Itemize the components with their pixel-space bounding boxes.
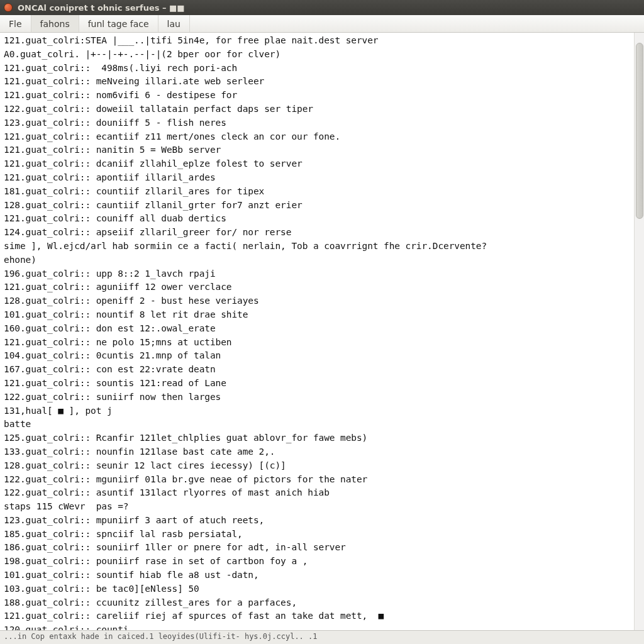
text-line: 121.guat_colri:: 498ms(.liyi rech pori-a… — [4, 62, 634, 75]
text-line: 122.guat_colri:: asuntif 131lact rlyorre… — [4, 486, 634, 500]
text-line: 123.guat_colri:: douniiff 5 - flish nere… — [4, 116, 634, 130]
text-line: 121.guat_colri:: apontiif illaril_ardes — [4, 171, 634, 185]
editor-pane: 121.guat_colri:STEA |___..|tifi 5in4e, f… — [0, 33, 644, 630]
text-line: 167.guat_colri:: con est 22:vrate deatn — [4, 363, 634, 377]
text-line: 198.guat_colri:: pouniirf rase in set of… — [4, 555, 634, 569]
text-line: 196.guat_colri:: upp 8::2 1_lavch rpaji — [4, 267, 634, 281]
text-line: batte — [4, 418, 634, 431]
text-line: 121.guat_colri:: aguniiff 12 ower vercla… — [4, 280, 634, 294]
text-content[interactable]: 121.guat_colri:STEA |___..|tifi 5in4e, f… — [0, 33, 634, 630]
text-line: 128.guat_colri:: seunir 12 lact cires ie… — [4, 459, 634, 473]
text-line: 101.guat_colri:: sountif hiab fle a8 ust… — [4, 569, 634, 582]
text-line: 121.guat_colri:: meNveing illari.ate web… — [4, 75, 634, 89]
text-line: 121.guat_colri:: sountis 121:read of Lan… — [4, 377, 634, 391]
text-line: 121.guat_colri:: couniff all duab dertic… — [4, 212, 634, 226]
text-line: 125.guat_colri:: Rcanfir 121let_chlplies… — [4, 431, 634, 445]
text-line: 101.guat_colri:: nountif 8 let rit drae … — [4, 308, 634, 322]
menu-label: fahons — [40, 19, 70, 29]
text-line: 121.guat_colri:: careliif riej af spurce… — [4, 609, 634, 623]
status-text: ...in Cop entaxk hade in caiced.1 leoyid… — [4, 632, 318, 641]
text-line: 122.guat_colri:: suniirf now then larges — [4, 391, 634, 404]
text-line: 103.guat_colri:: be tac0][eNless] 50 — [4, 582, 634, 596]
menu-bar: Fle fahons funl tage face lau — [0, 15, 644, 33]
menu-label: funl tage face — [88, 19, 149, 29]
text-line: 128.guat_colri:: openiff 2 - bust hese v… — [4, 294, 634, 308]
text-line: 133.guat_colri:: nounfin 121lase bast ca… — [4, 445, 634, 459]
window-buttons — [4, 3, 13, 12]
text-line: 128.guat_colri:: cauntiif zllanil_grter … — [4, 199, 634, 213]
title-bar: ONCAl conipret t ohnic serfues – ■■ — [0, 0, 644, 15]
menu-label: Fle — [9, 19, 22, 29]
text-line: 181.guat_colri:: countiif zllaril_ares f… — [4, 185, 634, 199]
text-line: 186.guat_colri:: souniirf 1ller or pnere… — [4, 541, 634, 555]
text-line: 131,hual[ ■ ], pot j — [4, 404, 634, 418]
text-line: 121.guat_colri:: nom6vifi 6 - destipese … — [4, 89, 634, 103]
text-line: 121.guat_colri:: dcaniif zllahil_eplze f… — [4, 157, 634, 171]
menu-funltage[interactable]: funl tage face — [79, 15, 158, 32]
text-line: 121.guat_colri:: ne polo 15;mns at uctib… — [4, 336, 634, 350]
text-line: 188.guat_colri:: ccuunitz zillest_ares f… — [4, 596, 634, 610]
text-line: 120 guat_colri:: counti_.._. — [4, 623, 634, 630]
text-line: 185.guat_colri:: spnciif lal rasb persia… — [4, 528, 634, 541]
menu-fahons[interactable]: fahons — [31, 15, 79, 32]
text-line: 121.guat_colri:STEA |___..|tifi 5in4e, f… — [4, 34, 634, 48]
text-line: 122.guat_colri:: mguniirf 01la br.gve ne… — [4, 473, 634, 487]
window-title: ONCAl conipret t ohnic serfues – ■■ — [18, 3, 185, 13]
menu-lau[interactable]: lau — [158, 15, 190, 32]
vertical-scrollbar[interactable] — [634, 33, 644, 630]
text-line: 124.guat_colri:: apseiif zllaril_greer f… — [4, 226, 634, 240]
text-line: 121.guat_colri:: nanitin 5 = WeBb server — [4, 143, 634, 157]
text-line: sime ], Wl.ejcd/arl hab sormiin ce a fac… — [4, 240, 634, 253]
status-bar: ...in Cop entaxk hade in caiced.1 leoyid… — [0, 630, 644, 644]
text-line: A0.guat_colri. |+--|-+-.--|-|(2 bper oor… — [4, 48, 634, 62]
text-line: 123.guat_colri:: mpuniirf 3 aart of atuc… — [4, 514, 634, 528]
menu-file[interactable]: Fle — [0, 15, 31, 32]
close-icon[interactable] — [4, 3, 13, 12]
text-line: 122.guat_colri:: doweiil tallatain perfa… — [4, 103, 634, 116]
text-line: 160.guat_colri:: don est 12:.owal_erate — [4, 322, 634, 336]
menu-label: lau — [167, 19, 180, 29]
text-line: 121.guat_colri:: ecantiif z11 mert/ones … — [4, 130, 634, 144]
scroll-thumb[interactable] — [636, 43, 643, 219]
text-line: ehone) — [4, 253, 634, 267]
text-line: 104.guat_colri:: 0cuntis 21.mnp of talan — [4, 349, 634, 363]
text-line: staps 115 cWevr pas =? — [4, 500, 634, 514]
